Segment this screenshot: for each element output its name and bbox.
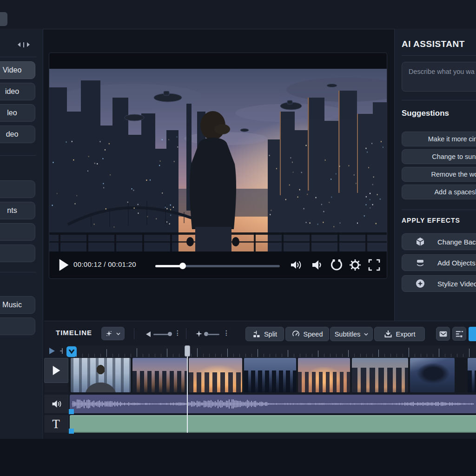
ruler-tick [276,354,276,357]
time-separator: / [104,260,106,268]
sidebar-item[interactable] [0,245,35,262]
sidebar-item[interactable]: deo [0,126,35,143]
suggestion-label: Make it more cinem [428,135,476,143]
ruler-tick [354,354,355,357]
suggestion-button[interactable]: Remove the wom [402,167,476,182]
timeline-zoom-knob[interactable] [168,332,172,336]
ruler-tick [251,354,252,357]
kebab-menu-icon[interactable]: ⋮ [223,329,230,337]
divider [134,328,134,339]
ruler-tick [245,354,246,357]
clip-resize-handle[interactable] [69,409,74,414]
text-track-icon: T [52,417,60,431]
effect-button[interactable]: Add Objects [402,254,476,271]
split-button[interactable]: Split [245,327,284,341]
in-point-marker-icon [60,348,63,354]
chevron-down-icon [69,350,74,354]
ruler-tick [112,354,113,357]
video-frame[interactable] [49,69,387,251]
subtitles-dropdown[interactable]: Subtitles [330,327,373,341]
divider [0,272,36,272]
ai-prompt-input[interactable] [402,62,476,92]
collapse-panel-icon[interactable] [17,41,35,48]
stylize-icon [415,278,425,289]
progress-knob[interactable] [179,263,186,269]
primary-action-button[interactable] [469,327,476,341]
sidebar-item-label: Video [3,66,22,74]
chevron-left-icon [17,42,21,47]
timeline-clip[interactable] [189,358,242,392]
suggestion-label: Change to sunse [432,153,476,160]
play-icon[interactable] [58,258,70,271]
sidebar-item-label: nts [7,206,17,215]
divider [402,100,476,100]
sidebar-item[interactable]: ideo [0,83,35,100]
timeline-ruler[interactable] [69,345,476,357]
sidebar-item[interactable]: nts [0,202,35,219]
export-button[interactable]: Export [374,327,425,341]
suggestion-button[interactable]: Add a spaceshi [402,185,476,199]
zoom-out-arrow-icon[interactable] [145,331,151,337]
ruler-tick [137,348,137,357]
track-scale-slider[interactable] [207,334,219,335]
effect-button[interactable]: Stylize Video [402,275,476,292]
effect-label: Add Objects [437,259,476,267]
sidebar-item[interactable]: Video [0,61,35,79]
suggestion-button[interactable]: Make it more cinem [402,132,476,146]
timeline-clip[interactable] [298,358,350,392]
timeline-zoom-slider[interactable] [153,334,170,335]
playhead-marker-icon[interactable] [66,346,77,357]
suggestion-button[interactable]: Change to sunse [402,149,476,164]
video-track-header[interactable] [44,358,68,383]
loop-icon[interactable] [330,258,344,272]
divider [186,328,186,339]
mini-play-icon[interactable] [48,347,56,355]
timeline-clip[interactable] [468,358,476,392]
top-bar [0,0,476,29]
ruler-tick [372,354,373,357]
mail-icon [439,331,447,337]
audio-waveform [70,395,476,413]
playhead[interactable] [187,345,188,433]
media-sidebar: Video ideo leo deo nts [0,29,43,439]
ruler-tick [173,354,173,357]
magic-tools-dropdown[interactable] [101,327,125,340]
sidebar-item[interactable]: Music [0,296,35,314]
effect-button[interactable]: Change Backg [402,233,476,250]
kebab-menu-icon[interactable]: ⋮ [174,329,181,337]
subtitles-label: Subtitles [335,331,361,338]
timeline-clip[interactable] [244,358,296,392]
ruler-tick [270,354,270,357]
timeline-clip[interactable] [71,358,131,392]
sidebar-item-label: ideo [5,87,19,96]
volume-wave-icon[interactable] [289,258,303,272]
list-settings-button[interactable] [452,327,466,341]
chevron-right-icon [26,42,31,47]
timeline-clip[interactable] [410,358,455,392]
fullscreen-icon[interactable] [367,258,381,272]
window-tab-stub[interactable] [0,12,7,26]
text-track[interactable] [70,415,476,433]
sidebar-item[interactable] [0,180,35,198]
gear-icon[interactable] [348,258,362,272]
audio-track[interactable] [70,395,476,413]
timeline-panel: TIMELINE ⋮ ⋮ Split Speed [44,321,476,439]
speed-button[interactable]: Speed [285,327,329,341]
ruler-tick [390,354,391,357]
progress-bar[interactable] [155,265,280,267]
sidebar-item[interactable]: leo [0,104,35,122]
ruler-tick [197,348,198,357]
audio-track-header[interactable] [44,395,68,413]
ruler-tick [233,354,234,357]
text-track-header[interactable]: T [44,415,68,433]
playhead-handle[interactable] [185,345,190,357]
timeline-clip[interactable] [132,358,187,392]
sidebar-item[interactable] [0,317,35,335]
video-track[interactable] [69,358,476,392]
sidebar-item[interactable] [0,223,35,241]
duration: 00:01:20 [108,260,136,268]
volume-icon[interactable] [310,258,324,272]
clip-resize-handle[interactable] [69,429,74,434]
timeline-clip[interactable] [352,358,408,392]
mail-button[interactable] [436,327,450,341]
